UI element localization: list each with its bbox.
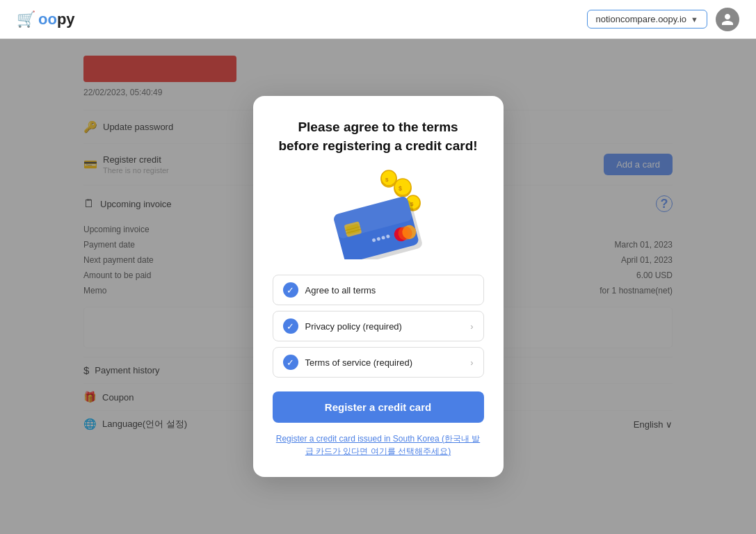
check-icon-privacy: ✓ xyxy=(283,318,298,334)
terms-item-service[interactable]: ✓ Terms of service (required) › xyxy=(273,347,484,378)
modal-title: Please agree to the terms before registe… xyxy=(278,118,477,155)
terms-item-service-left: ✓ Terms of service (required) xyxy=(283,355,413,370)
modal-overlay: Please agree to the terms before registe… xyxy=(0,39,756,534)
terms-item-agree-all-left: ✓ Agree to all terms xyxy=(283,282,376,298)
terms-label-privacy: Privacy policy (required) xyxy=(305,321,402,332)
svg-point-4 xyxy=(381,170,396,186)
chevron-right-icon-service: › xyxy=(470,357,473,368)
terms-list: ✓ Agree to all terms ✓ Privacy policy (r… xyxy=(273,275,484,378)
svg-point-1 xyxy=(394,179,411,195)
check-icon-agree-all: ✓ xyxy=(283,282,298,298)
terms-item-privacy[interactable]: ✓ Privacy policy (required) › xyxy=(273,311,484,341)
terms-modal: Please agree to the terms before registe… xyxy=(253,96,504,477)
terms-item-privacy-left: ✓ Privacy policy (required) xyxy=(283,318,402,334)
svg-text:$: $ xyxy=(385,177,389,183)
chevron-down-icon: ▼ xyxy=(691,15,698,24)
terms-label-service: Terms of service (required) xyxy=(305,357,413,368)
korea-credit-card-link[interactable]: Register a credit card issued in South K… xyxy=(273,432,484,458)
check-icon-service: ✓ xyxy=(283,355,298,370)
svg-text:$: $ xyxy=(399,185,402,192)
register-credit-card-button[interactable]: Register a credit card xyxy=(273,391,484,423)
user-avatar[interactable] xyxy=(716,8,739,31)
logo[interactable]: 🛒 oopy xyxy=(17,10,75,29)
site-selector[interactable]: notioncompare.oopy.io ▼ xyxy=(587,10,707,29)
site-selector-label: notioncompare.oopy.io xyxy=(596,14,687,24)
logo-icon: 🛒 xyxy=(17,10,35,29)
terms-item-agree-all[interactable]: ✓ Agree to all terms xyxy=(273,275,484,305)
chevron-right-icon-privacy: › xyxy=(470,321,473,332)
modal-illustration: $ $ $ xyxy=(323,169,434,259)
nav-right: notioncompare.oopy.io ▼ xyxy=(587,8,739,31)
navbar: 🛒 oopy notioncompare.oopy.io ▼ xyxy=(0,0,756,39)
logo-text: oopy xyxy=(38,10,75,29)
terms-label-agree-all: Agree to all terms xyxy=(305,285,376,296)
